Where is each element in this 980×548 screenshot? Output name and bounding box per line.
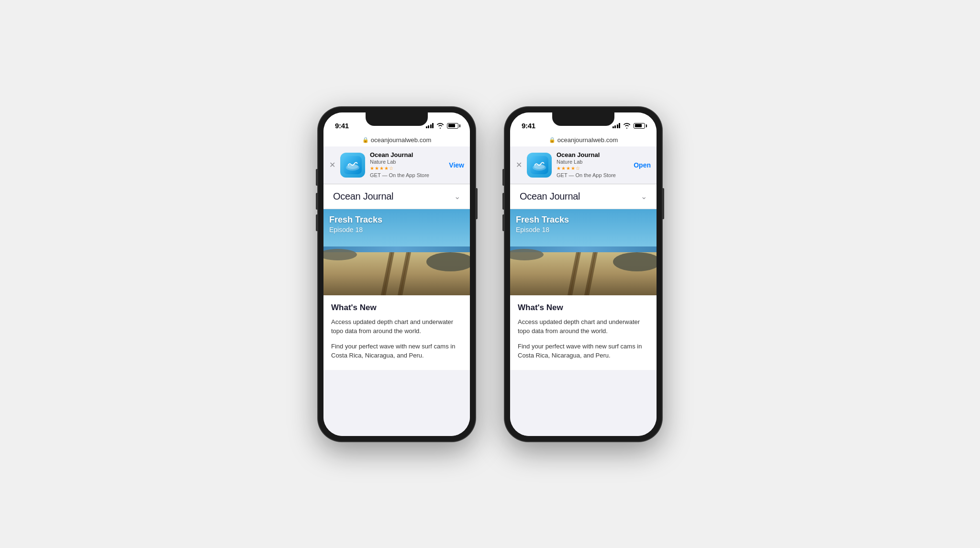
- page-content-right[interactable]: Ocean Journal ⌄: [510, 184, 657, 436]
- whats-new-p1-right: Access updated depth chart and underwate…: [518, 317, 649, 336]
- signal-icon-left: [426, 123, 434, 128]
- notch-left: [366, 112, 428, 126]
- url-domain-left: oceanjournalweb.com: [371, 136, 431, 144]
- whats-new-p2-left: Find your perfect wave with new surf cam…: [331, 342, 462, 360]
- hero-title-right: Fresh Tracks: [516, 215, 569, 225]
- status-time-right: 9:41: [522, 122, 535, 130]
- banner-stars-right: ★★★★☆: [557, 165, 629, 172]
- whats-new-title-right: What's New: [518, 303, 649, 313]
- url-bar-right[interactable]: 🔒 oceanjournalweb.com: [510, 134, 657, 146]
- app-banner-right: ✕: [510, 146, 657, 184]
- app-banner-left: ✕: [323, 146, 470, 184]
- lock-icon-right: 🔒: [549, 137, 556, 143]
- site-title-right: Ocean Journal: [520, 191, 580, 202]
- app-icon-left: [340, 153, 365, 178]
- site-header-right: Ocean Journal ⌄: [510, 184, 657, 209]
- banner-cta-right[interactable]: Open: [634, 161, 651, 169]
- app-icon-right: [527, 153, 552, 178]
- hero-title-left: Fresh Tracks: [329, 215, 382, 225]
- banner-app-name-left: Ocean Journal: [370, 151, 444, 159]
- hero-image-left: Fresh Tracks Episode 18: [323, 209, 470, 295]
- banner-store-right: GET — On the App Store: [557, 172, 629, 179]
- page-content-left[interactable]: Ocean Journal ⌄: [323, 184, 470, 436]
- banner-info-left: Ocean Journal Nature Lab ★★★★☆ GET — On …: [370, 151, 444, 179]
- phone-right: 9:41 🔒 oceanjournalweb.co: [504, 107, 662, 442]
- whats-new-p1-left: Access updated depth chart and underwate…: [331, 317, 462, 336]
- whats-new-title-left: What's New: [331, 303, 462, 313]
- chevron-down-icon-left[interactable]: ⌄: [454, 192, 460, 201]
- url-text-right: 🔒 oceanjournalweb.com: [549, 136, 618, 144]
- banner-close-right[interactable]: ✕: [516, 161, 522, 169]
- hero-image-right: Fresh Tracks Episode 18: [510, 209, 657, 295]
- url-domain-right: oceanjournalweb.com: [557, 136, 618, 144]
- banner-close-left[interactable]: ✕: [329, 161, 335, 169]
- banner-info-right: Ocean Journal Nature Lab ★★★★☆ GET — On …: [557, 151, 629, 179]
- status-icons-right: [612, 123, 646, 129]
- whats-new-p2-right: Find your perfect wave with new surf cam…: [518, 342, 649, 360]
- site-header-left: Ocean Journal ⌄: [323, 184, 470, 209]
- signal-icon-right: [612, 123, 621, 128]
- phone-right-screen: 9:41 🔒 oceanjournalweb.co: [510, 112, 657, 436]
- wifi-icon-right: [623, 123, 631, 129]
- banner-app-name-right: Ocean Journal: [557, 151, 629, 159]
- url-bar-left[interactable]: 🔒 oceanjournalweb.com: [323, 134, 470, 146]
- banner-subtitle-right: Nature Lab: [557, 158, 629, 165]
- hero-card-right: Fresh Tracks Episode 18: [510, 209, 657, 295]
- banner-cta-left[interactable]: View: [449, 161, 464, 169]
- phone-left-screen: 9:41 🔒 oceanjournalweb.co: [323, 112, 470, 436]
- url-text-left: 🔒 oceanjournalweb.com: [362, 136, 431, 144]
- beach-scene-left: Fresh Tracks Episode 18: [323, 209, 470, 295]
- status-icons-left: [426, 123, 459, 129]
- whats-new-left: What's New Access updated depth chart an…: [323, 295, 470, 370]
- chevron-down-icon-right[interactable]: ⌄: [641, 192, 647, 201]
- battery-icon-left: [447, 123, 458, 129]
- banner-subtitle-left: Nature Lab: [370, 158, 444, 165]
- site-title-left: Ocean Journal: [333, 191, 393, 202]
- beach-scene-right: Fresh Tracks Episode 18: [510, 209, 657, 295]
- hero-subtitle-left: Episode 18: [329, 226, 382, 234]
- hero-overlay-right: Fresh Tracks Episode 18: [516, 215, 569, 234]
- phone-comparison: 9:41 🔒 oceanjournalweb.co: [318, 107, 662, 442]
- phone-left: 9:41 🔒 oceanjournalweb.co: [318, 107, 476, 442]
- banner-stars-left: ★★★★☆: [370, 165, 444, 172]
- lock-icon-left: 🔒: [362, 137, 369, 143]
- hero-overlay-left: Fresh Tracks Episode 18: [329, 215, 382, 234]
- notch-right: [552, 112, 614, 126]
- hero-card-left: Fresh Tracks Episode 18: [323, 209, 470, 295]
- wifi-icon-left: [436, 123, 444, 129]
- hero-subtitle-right: Episode 18: [516, 226, 569, 234]
- whats-new-right: What's New Access updated depth chart an…: [510, 295, 657, 370]
- status-time-left: 9:41: [335, 122, 349, 130]
- banner-store-left: GET — On the App Store: [370, 172, 444, 179]
- battery-icon-right: [634, 123, 645, 129]
